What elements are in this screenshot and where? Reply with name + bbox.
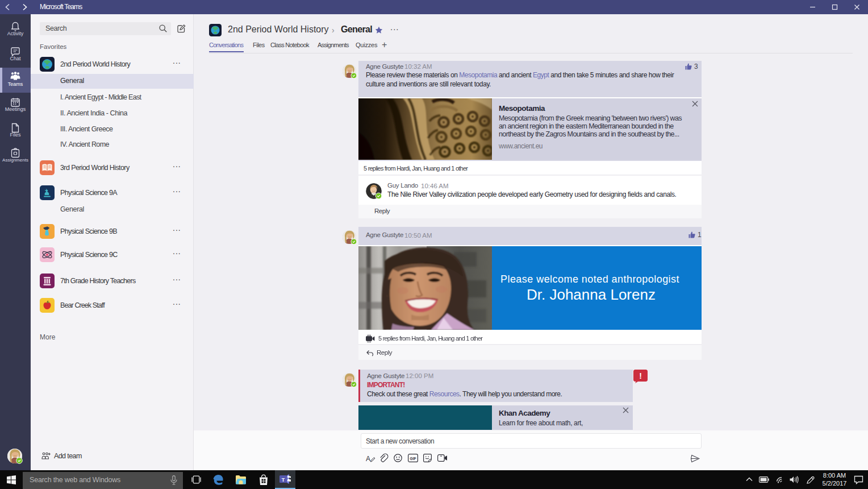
svg-text:!: !: [639, 371, 642, 380]
svg-text:A: A: [366, 455, 370, 463]
svg-text:T: T: [282, 477, 285, 483]
svg-text:GIF: GIF: [410, 457, 416, 461]
